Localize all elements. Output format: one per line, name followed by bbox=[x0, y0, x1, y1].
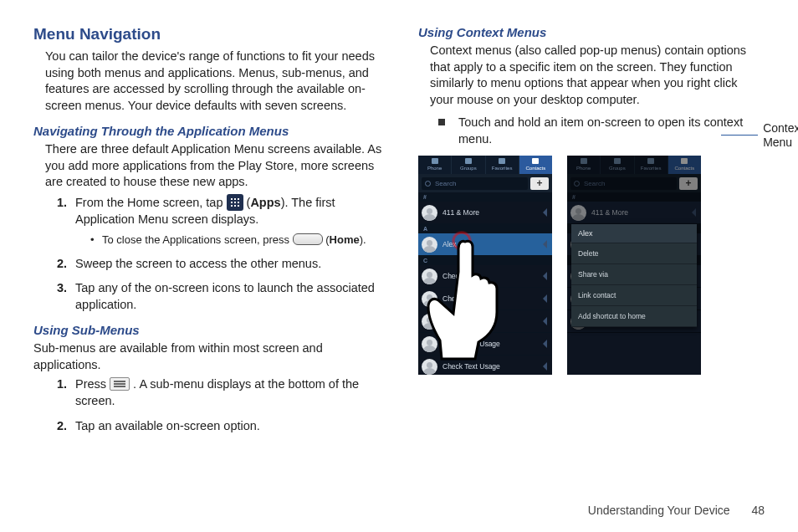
nav-step-1-sub: To close the Applications screen, press … bbox=[90, 233, 393, 248]
context-paragraph: Context menus (also called pop-up menus)… bbox=[418, 43, 761, 108]
contact-411: 411 & More bbox=[418, 202, 552, 224]
pointing-hand-icon bbox=[427, 235, 506, 361]
divider-hash: # bbox=[418, 192, 552, 202]
submenu-step-2: Tap an available on-screen option. bbox=[70, 418, 393, 435]
context-menu-item-link: Link contact bbox=[571, 285, 697, 306]
context-menu-item-shortcut: Add shortcut to home bbox=[571, 306, 697, 327]
heading-menu-navigation: Menu Navigation bbox=[33, 25, 393, 43]
nav-step-2: Sweep the screen to access the other men… bbox=[70, 256, 393, 273]
nav-step-1: From the Home screen, tap (Apps). The fi… bbox=[70, 194, 393, 248]
nav-steps-list: From the Home screen, tap (Apps). The fi… bbox=[33, 194, 393, 313]
context-menu-callout: Context Menu bbox=[770, 121, 798, 150]
tab-groups: Groups bbox=[452, 156, 485, 174]
footer-page-number: 48 bbox=[751, 504, 765, 517]
context-menu-item-delete: Delete bbox=[571, 243, 697, 264]
avatar bbox=[422, 205, 437, 221]
divider-a: A bbox=[418, 224, 552, 233]
callout-label: Context Menu bbox=[763, 121, 798, 150]
context-menu-figure: Phone Groups Favorites Contacts Search +… bbox=[418, 156, 761, 375]
menu-key-icon bbox=[110, 377, 130, 391]
home-button-icon bbox=[293, 233, 323, 245]
page-footer: Understanding Your Device 48 bbox=[588, 504, 765, 517]
apps-icon bbox=[227, 194, 243, 211]
search-field: Search bbox=[422, 177, 528, 190]
submenu-paragraph: Sub-menus are available from within most… bbox=[33, 340, 393, 373]
tab-contacts: Contacts bbox=[519, 156, 552, 174]
submenu-step-1: Press . A sub-menu displays at the botto… bbox=[70, 376, 393, 409]
context-bullet: Touch and hold an item on-screen to open… bbox=[438, 115, 761, 147]
intro-paragraph: You can tailor the device's range of fun… bbox=[33, 49, 393, 114]
context-menu-popup: Alex Delete Share via Link contact Add s… bbox=[571, 224, 697, 327]
heading-using-submenus: Using Sub-Menus bbox=[33, 323, 393, 337]
tab-favorites: Favorites bbox=[486, 156, 519, 174]
heading-context-menus: Using Context Menus bbox=[418, 25, 761, 39]
footer-section: Understanding Your Device bbox=[588, 504, 730, 517]
tab-phone: Phone bbox=[418, 156, 452, 174]
phone-screenshot-after: Phone Groups Favorites Contacts Search +… bbox=[567, 156, 701, 375]
nav-paragraph: There are three default Application Menu… bbox=[33, 141, 393, 191]
context-menu-title: Alex bbox=[571, 224, 697, 243]
heading-navigating-app-menus: Navigating Through the Application Menus bbox=[33, 124, 393, 138]
submenu-steps-list: Press . A sub-menu displays at the botto… bbox=[33, 376, 393, 434]
context-menu-item-share: Share via bbox=[571, 264, 697, 285]
nav-step-3: Tap any of the on-screen icons to launch… bbox=[70, 280, 393, 313]
phone-screenshot-before: Phone Groups Favorites Contacts Search +… bbox=[418, 156, 552, 375]
add-contact-button: + bbox=[530, 177, 549, 190]
